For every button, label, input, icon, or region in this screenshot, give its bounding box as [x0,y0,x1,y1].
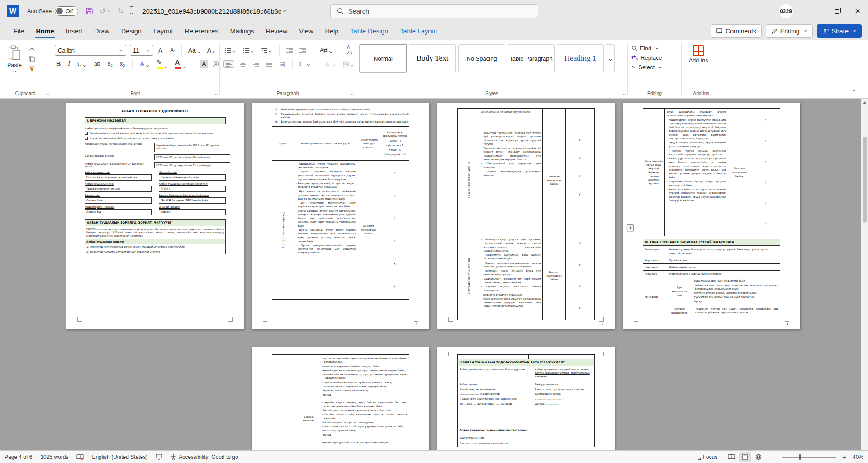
document-page-2[interactable]: 4.Нийгмийн эрүүл мэндийн чиглэлээр олон … [252,103,429,329]
zoom-slider-thumb[interactable] [799,454,801,460]
restore-button[interactable] [826,0,847,22]
superscript-button[interactable]: x2 [119,60,126,68]
align-right-button[interactable] [251,61,261,67]
document-page-4[interactable]: Хөдөлмөрийн эрүүл ахуй, аюулгүй байдлыг … [623,103,800,329]
font-dialog-launcher[interactable] [214,92,218,96]
checkbox-row[interactable]: Хууль тогтоомжоор байгууллагын чиг үүрэг… [85,137,226,140]
align-center-button[interactable] [238,61,247,67]
style-normal[interactable]: Normal [360,44,407,72]
document-page-6[interactable]: V.АЛБАН ТУШААЛЫН ТОДОРХОЙЛОЛТЫН БАТАЛГАА… [437,347,615,450]
bullet-list-button[interactable] [223,48,237,53]
find-button[interactable]: Find [631,45,662,52]
zoom-in-button[interactable]: + [842,453,846,461]
document-page-1[interactable]: АЛБАН ТУШААЛЫН ТОДОРХОЙЛОЛТ I. ЕРӨНХИЙ М… [66,103,244,329]
decrease-indent-button[interactable] [285,48,294,53]
document-page-5[interactable]: хууль тогтоомжийн хүрээнд асуудлыг шийдв… [252,347,429,450]
accessibility-status[interactable]: Accessibility: Good to go [171,454,238,460]
tab-file[interactable]: File [8,24,30,39]
select-button[interactable]: ↖Select [631,64,662,71]
cut-button[interactable]: ✂ [27,45,37,53]
minimize-button[interactable] [806,0,826,22]
tab-insert[interactable]: Insert [60,24,88,39]
change-case-button[interactable]: Aa [187,46,202,54]
underline-button[interactable]: U [76,60,88,68]
tab-review[interactable]: Review [260,24,294,39]
tab-references[interactable]: References [179,24,224,39]
font-color-button[interactable]: A [174,58,188,70]
text-effects-button[interactable]: A [138,60,151,68]
search-box[interactable]: Search [330,4,538,18]
user-avatar[interactable]: 0229 [779,4,793,18]
paste-button[interactable]: Paste [4,43,25,75]
zoom-slider[interactable] [782,457,836,458]
autosave-toggle[interactable]: Off [55,6,78,16]
page-indicator[interactable]: Page 4 of 6 [5,454,32,460]
checkbox-row[interactable]: ✓Төрийн албаны тухай хууль хэрэгжиж эхэл… [85,132,226,135]
tab-view[interactable]: View [293,24,319,39]
proofing-status[interactable] [76,454,84,460]
scroll-up-icon[interactable] [863,101,867,104]
shrink-font-button[interactable]: Aˇ [169,47,176,54]
bold-button[interactable]: B [55,60,62,68]
line-spacing-button[interactable] [298,61,312,67]
multilevel-list-button[interactable] [260,48,274,53]
checkbox-icon[interactable] [85,137,88,140]
share-button[interactable]: Share [817,24,862,38]
tab-design[interactable]: Design [115,24,147,39]
print-layout-button[interactable] [739,452,751,462]
tab-table-design[interactable]: Table Design [344,24,394,39]
word-count[interactable]: 1025 words [40,454,68,460]
table-move-handle[interactable]: ✛ [627,224,634,231]
subscript-button[interactable]: x2 [106,60,114,68]
read-mode-button[interactable] [726,452,737,462]
increase-indent-button[interactable] [298,48,307,53]
language-indicator[interactable]: English (United States) [92,454,147,460]
sort-button[interactable]: AZ↓ [346,45,354,56]
customize-qat-button[interactable] [130,6,133,16]
addins-button[interactable]: Add-ins [685,43,711,66]
font-size-combo[interactable]: 11 [130,45,153,56]
highlight-button[interactable]: ✎ [155,58,169,70]
justify-button[interactable] [265,61,274,67]
format-painter-button[interactable] [27,65,37,71]
italic-button[interactable]: I [66,60,71,68]
document-page-3[interactable]: ажиллагааны хяналтыг явуулж байх 2 дугаа… [437,103,615,329]
replace-button[interactable]: ⇄bReplace [631,54,662,61]
paste-dropdown-icon[interactable] [13,69,16,72]
tab-help[interactable]: Help [319,24,345,39]
tab-draw[interactable]: Draw [88,24,115,39]
paragraph-dialog-launcher[interactable] [350,92,354,96]
scrollbar-thumb[interactable] [863,137,867,223]
numbered-list-button[interactable] [242,48,256,53]
distribute-button[interactable] [278,61,287,67]
style-table-paragraph[interactable]: Table Paragraph [508,44,555,72]
autosave-control[interactable]: AutoSave Off [27,6,78,16]
style-heading-1[interactable]: Heading 1 [557,44,604,72]
enclose-characters-button[interactable]: A [213,61,219,67]
tab-layout[interactable]: Layout [147,24,179,39]
document-title[interactable]: 202510_601e943cb9080b212d89f86c18c68b3c [142,8,286,15]
borders-button[interactable] [342,61,356,67]
style-body-text[interactable]: Body Text [409,44,456,72]
styles-gallery-more-button[interactable] [606,44,615,72]
word-logo-icon[interactable]: W [7,5,19,17]
align-left-button[interactable] [223,60,234,68]
styles-dialog-launcher[interactable] [622,92,626,96]
editor-icon-button[interactable] [156,454,162,460]
editing-mode-button[interactable]: Editing [766,24,813,38]
tab-table-layout[interactable]: Table Layout [394,24,443,39]
font-name-combo[interactable]: Calibri [55,45,126,56]
strikethrough-button[interactable]: ab [93,60,101,67]
grow-font-button[interactable]: Aˆ [157,46,165,54]
style-no-spacing[interactable]: No Spacing [458,44,505,72]
shading-button[interactable] [323,61,337,67]
vertical-scrollbar[interactable] [861,99,868,450]
undo-button[interactable]: ↺ [100,6,111,16]
web-layout-button[interactable] [753,452,764,462]
zoom-level[interactable]: 40% [853,454,863,460]
comments-button[interactable]: Comments [711,24,762,38]
tab-mailings[interactable]: Mailings [224,24,260,39]
clipboard-dialog-launcher[interactable] [45,92,49,96]
tab-home[interactable]: Home [30,24,60,39]
asian-layout-button[interactable]: A⇄ [318,47,334,54]
